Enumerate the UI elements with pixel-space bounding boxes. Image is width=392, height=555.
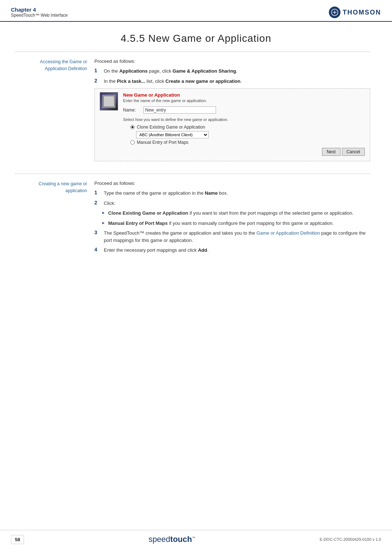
step1-num: 1: [94, 68, 101, 73]
s2-step1-content: Type the name of the game or application…: [104, 190, 228, 197]
form-title: New Game or Application: [123, 92, 365, 98]
thomson-logo: THOMSON: [329, 7, 381, 18]
logo-bold: touch: [170, 535, 192, 544]
page-header: Chapter 4 SpeedTouch™ Web Interface THOM…: [0, 0, 392, 22]
bullet2-content: Manual Entry of Port Maps if you want to…: [108, 220, 334, 227]
step2-content: In the Pick a task... list, click Create…: [104, 78, 242, 85]
radio2-label: Manual Entry of Port Maps: [137, 140, 188, 145]
step1-content: On the Applications page, click Game & A…: [104, 68, 237, 75]
s2-step1: 1 Type the name of the game or applicati…: [94, 190, 370, 197]
bullet1-arrow: ►: [102, 211, 105, 215]
header-right: THOMSON: [329, 7, 381, 18]
s2-step2: 2 Click:: [94, 200, 370, 207]
section1-steps: 1 On the Applications page, click Game &…: [94, 68, 370, 85]
next-button[interactable]: Next: [322, 148, 340, 156]
section2-label-line1: Creating a new game or: [15, 181, 87, 187]
section2-content: Proceed as follows: 1 Type the name of t…: [94, 181, 370, 257]
chapter-subtitle: SpeedTouch™ Web Interface: [11, 13, 68, 18]
speedtouch-logo: speedtouch™: [148, 535, 195, 544]
screenshot-icon: [100, 92, 119, 156]
section2-steps-cont: 3 The SpeedTouch™ creates the game or ap…: [94, 230, 370, 254]
name-input[interactable]: [143, 106, 216, 114]
screenshot-form: New Game or Application Enter the name o…: [123, 92, 365, 156]
section1-proceed: Proceed as follows:: [94, 58, 370, 64]
s2-step1-num: 1: [94, 190, 101, 195]
s2-step2-num: 2: [94, 200, 101, 206]
s2-step3-content: The SpeedTouch™ creates the game or appl…: [104, 230, 370, 244]
step-1: 1 On the Applications page, click Game &…: [94, 68, 370, 75]
bullet2: ► Manual Entry of Port Maps if you want …: [102, 220, 370, 227]
section1-content: Proceed as follows: 1 On the Application…: [94, 58, 370, 166]
s2-step3-num: 3: [94, 230, 101, 235]
bullet1-content: Clone Existing Game or Application if yo…: [108, 210, 354, 217]
section1-label-line1: Accessing the Game or: [15, 58, 87, 65]
thomson-logo-icon: [329, 7, 340, 18]
section-accessing: Accessing the Game or Application Defini…: [15, 52, 370, 166]
chapter-title: Chapter 4: [11, 7, 68, 13]
logo-regular: speed: [148, 535, 170, 544]
section2-steps: 1 Type the name of the game or applicati…: [94, 190, 370, 207]
radio1-row: Clone Existing Game or Application: [130, 125, 365, 130]
section1-label-line2: Application Definition: [15, 65, 87, 72]
thomson-logo-text: THOMSON: [343, 9, 381, 16]
cancel-button[interactable]: Cancel: [342, 148, 365, 156]
radio1-label: Clone Existing Game or Application: [137, 125, 205, 130]
section2-label: Creating a new game or application: [15, 181, 94, 257]
step-2: 2 In the Pick a task... list, click Crea…: [94, 78, 370, 85]
page-footer: 58 speedtouch™ E-DOC-CTC-20050429-0100 v…: [0, 530, 392, 544]
select-desc: Select how you want to define the new ga…: [123, 117, 365, 122]
header-left: Chapter 4 SpeedTouch™ Web Interface: [11, 7, 68, 18]
s2-step4: 4 Enter the necessary port mappings and …: [94, 247, 370, 254]
bullet-list: ► Clone Existing Game or Application if …: [94, 210, 370, 227]
page-title: 4.5.5 New Game or Application: [0, 33, 392, 44]
s2-step4-content: Enter the necessary port mappings and cl…: [104, 247, 208, 254]
s2-step3: 3 The SpeedTouch™ creates the game or ap…: [94, 230, 370, 244]
radio-group: Clone Existing Game or Application ABC (…: [123, 125, 365, 145]
s2-step4-num: 4: [94, 247, 101, 252]
clone-select[interactable]: ABC (Another Bittorent Client): [136, 131, 209, 138]
app-icon-image: [100, 92, 118, 110]
form-subtitle: Enter the name of the new game or applic…: [123, 98, 365, 103]
name-row: Name:: [123, 106, 365, 114]
section-creating: Creating a new game or application Proce…: [15, 174, 370, 257]
radio2-circle[interactable]: [130, 140, 135, 145]
name-label: Name:: [123, 108, 140, 113]
section2-label-line2: application: [15, 187, 87, 194]
section2-proceed: Proceed as follows:: [94, 181, 370, 186]
bullet1: ► Clone Existing Game or Application if …: [102, 210, 370, 217]
main-content: Accessing the Game or Application Defini…: [0, 52, 392, 257]
page-number: 58: [11, 535, 24, 544]
page-title-section: 4.5.5 New Game or Application: [0, 22, 392, 52]
logo-tm: ™: [192, 536, 195, 540]
thomson-logo-svg: [331, 9, 338, 16]
game-app-def-link[interactable]: Game or Application Definition: [257, 230, 320, 236]
footer-logo: speedtouch™: [148, 535, 195, 544]
bullet2-arrow: ►: [102, 221, 105, 225]
button-row: Next Cancel: [123, 148, 365, 156]
app-icon-inner: [102, 95, 115, 108]
select-row: ABC (Another Bittorent Client): [136, 131, 365, 138]
s2-step2-content: Click:: [104, 200, 115, 207]
radio2-row: Manual Entry of Port Maps: [130, 140, 365, 145]
doc-number: E-DOC-CTC-20050429-0100 v 1.0: [320, 537, 381, 542]
section1-label: Accessing the Game or Application Defini…: [15, 58, 94, 166]
step2-num: 2: [94, 78, 101, 84]
radio1-circle[interactable]: [130, 125, 135, 129]
screenshot-box: New Game or Application Enter the name o…: [94, 88, 370, 161]
